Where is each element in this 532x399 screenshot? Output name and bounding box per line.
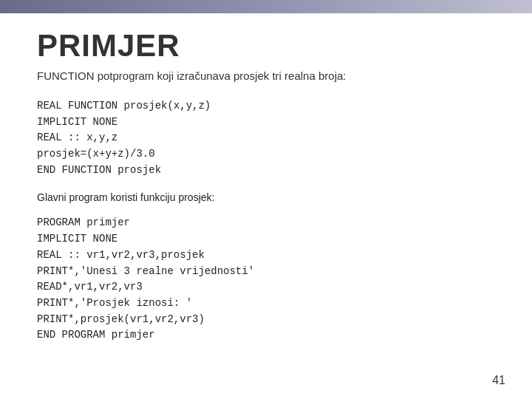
top-bar (0, 0, 532, 13)
main-content: PRIMJER FUNCTION potprogram koji izračun… (0, 13, 532, 372)
page-title: PRIMJER (37, 28, 495, 64)
code-block-2: PROGRAM primjer IMPLICIT NONE REAL :: vr… (37, 215, 495, 344)
code-block-1: REAL FUNCTION prosjek(x,y,z) IMPLICIT NO… (37, 98, 495, 178)
comment-1: Glavni program koristi funkciju prosjek: (37, 191, 495, 203)
page-number: 41 (492, 374, 505, 387)
subtitle: FUNCTION potprogram koji izračunava pros… (37, 69, 495, 82)
